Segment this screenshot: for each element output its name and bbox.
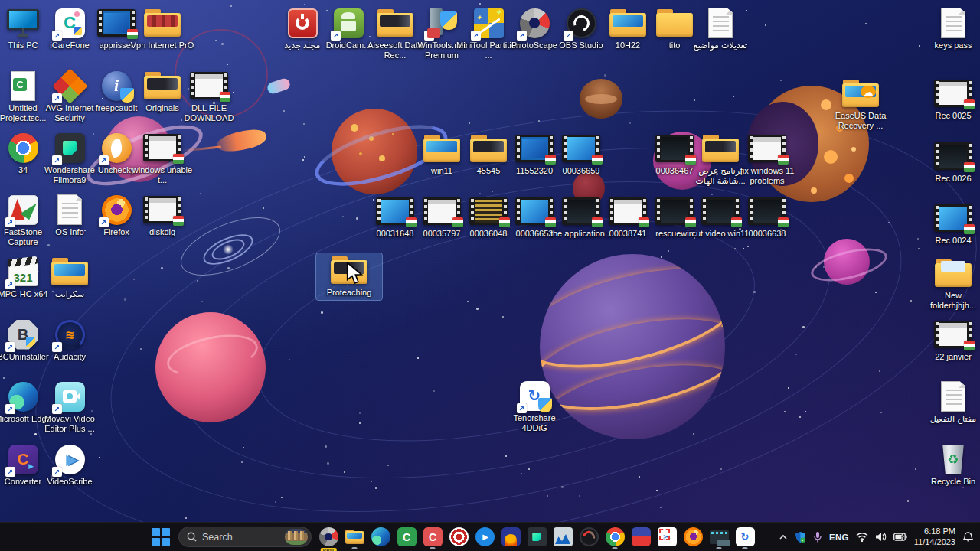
power-icon — [288, 8, 318, 38]
taskbar-app-camtasia[interactable]: C — [394, 523, 420, 551]
icon-label: Firefox — [103, 227, 129, 237]
folder-red-icon — [144, 8, 181, 38]
video-white-icon — [934, 78, 972, 109]
bcu-icon: B — [8, 319, 38, 350]
shortcut-arrow-icon — [517, 403, 527, 413]
search-box[interactable]: Search — [178, 527, 312, 547]
icon-label: Recycle Bin — [931, 477, 975, 487]
pc-icon — [7, 8, 39, 38]
desktop-icon-dll-file-download[interactable]: DLL FILE DOWNLOAD — [176, 69, 242, 126]
shortcut-arrow-icon — [5, 217, 15, 227]
battery-icon[interactable] — [893, 533, 907, 541]
search-highlight-image[interactable] — [285, 529, 308, 545]
running-indicator — [743, 547, 748, 549]
icon-label: 34 — [18, 165, 28, 175]
taskbar-app-connected-display[interactable] — [706, 523, 732, 551]
taskbar-app-screencast[interactable] — [576, 523, 602, 551]
icon-label: keys pass — [935, 41, 972, 51]
desktop-icon-keys-pass[interactable]: keys pass — [920, 6, 980, 53]
icon-label: 11552320 — [516, 166, 553, 176]
shortcut-arrow-icon — [52, 342, 62, 352]
windows-security-shield-icon[interactable] — [795, 531, 806, 543]
desktop-icon-recycle-bin[interactable]: ♻Recycle Bin — [920, 442, 980, 489]
taskbar-app-media-player[interactable]: ▶ — [472, 523, 498, 551]
volume-icon[interactable] — [875, 532, 887, 542]
fpca-icon: i — [102, 70, 132, 101]
icon-label: Rec 0025 — [935, 111, 971, 121]
desktop-icon-vpn-internet-pro[interactable]: Vpn Internet PrO — [129, 6, 195, 53]
desktop-icon-diskdig[interactable]: diskdig — [129, 193, 195, 240]
taskbar-app-firefox[interactable] — [680, 523, 706, 551]
filmora-icon — [55, 132, 85, 163]
icon-label: Audacity — [54, 352, 86, 362]
icon-label: VideoScribe — [47, 477, 92, 487]
desktop-icon-fix-windows-11-problems[interactable]: fix windows 11 problems — [734, 132, 800, 188]
notification-bell-icon[interactable]: z — [962, 531, 974, 543]
shortcut-arrow-icon — [564, 31, 573, 41]
running-indicator — [430, 547, 436, 549]
folder-media-blue-icon — [51, 256, 88, 287]
desktop-icon-00036659[interactable]: 00036659 — [548, 132, 614, 178]
desktop-icon-tenorshare-4ddig[interactable]: ↻Tenorshare 4DDiG — [501, 379, 567, 435]
video-blue-icon — [562, 133, 600, 164]
taskbar-app-photoscape-x-pro[interactable]: PRO — [315, 523, 341, 551]
folder-cloud-icon: ☁ — [842, 78, 879, 109]
pro-badge: PRO — [321, 548, 337, 551]
desktop-icon-movavi-video-editor-plus[interactable]: Movavi Video Editor Plus ... — [37, 380, 103, 436]
desktop-icon-rec-0026[interactable]: Rec 0026 — [920, 139, 980, 186]
shortcut-arrow-icon — [52, 467, 62, 477]
doc-icon — [941, 381, 965, 412]
start-button[interactable] — [151, 527, 171, 547]
icon-label: Vpn Internet PrO — [131, 41, 194, 51]
icon-label: win11 — [431, 166, 452, 176]
taskbar-app-file-explorer[interactable] — [341, 523, 368, 551]
shortcut-arrow-icon — [52, 404, 62, 414]
video-dark-icon — [934, 141, 972, 171]
language-indicator[interactable]: ENG — [829, 533, 849, 542]
desktop-icon-مفتاح-التفعيل[interactable]: مفتاح التفعيل — [920, 380, 980, 426]
icon-label: 10H22 — [616, 41, 640, 51]
desktop-icon-videoscribe[interactable]: ▶VideoScribe — [37, 442, 103, 489]
desktop-icon-22-janvier[interactable]: 22 janvier — [920, 318, 980, 364]
taskbar-app-video-cutter[interactable]: ✂ — [654, 523, 680, 551]
taskbar-app-movavi[interactable] — [628, 523, 654, 551]
icon-label: Rec 0026 — [935, 174, 971, 184]
desktop-icon-تعديلات-مواضيع[interactable]: تعديلات مواضيع — [688, 6, 753, 53]
icon-label: سكرايب — [55, 289, 84, 299]
icf-icon: C — [55, 8, 85, 38]
icon-label: Tenorshare 4DDiG — [502, 413, 567, 433]
desktop-icon-windows-unable-t[interactable]: windows unable t... — [129, 131, 195, 187]
taskbar-app-task-manager[interactable] — [550, 523, 576, 551]
desktop-icon-easeus-data-recovery[interactable]: ☁EaseUS Data Recovery ... — [828, 77, 893, 133]
desktop-icon-new-folderhjhjh[interactable]: New folderhjhjh... — [920, 256, 980, 313]
taskbar-app-camtasia-recorder[interactable]: C — [420, 523, 446, 551]
taskbar-app-tenorshare-4ddig[interactable]: ↻ — [732, 523, 758, 551]
avg-icon — [55, 70, 85, 101]
clock[interactable]: 6:18 PM 11/14/2023 — [914, 527, 956, 548]
hidden-icons-chevron-icon[interactable] — [779, 533, 788, 542]
taskbar-app-chrome[interactable] — [602, 523, 628, 551]
shortcut-arrow-icon — [5, 342, 15, 352]
taskbar-app-edge[interactable] — [368, 523, 394, 551]
icon-label: 00036638 — [749, 229, 786, 239]
doc-icon — [941, 8, 965, 38]
chrome-icon — [8, 132, 38, 163]
icon-label: diskdig — [149, 227, 175, 237]
folder-media-blue-icon — [423, 133, 460, 164]
desktop-icon-rec-0024[interactable]: Rec 0024 — [920, 201, 980, 248]
desktop-icon-00036638[interactable]: 00036638 — [734, 194, 800, 241]
taskbar-app-screen-recorder[interactable] — [446, 523, 472, 551]
rbin-icon: ♻ — [942, 444, 965, 474]
desktop-icon-rec-0025[interactable]: Rec 0025 — [920, 77, 980, 123]
video-dark-icon — [748, 196, 786, 227]
desktop-icon-audacity[interactable]: ≋Audacity — [37, 318, 103, 364]
microphone-icon[interactable] — [813, 531, 822, 543]
taskbar-app-filmora[interactable] — [524, 523, 550, 551]
wifi-icon[interactable] — [856, 532, 868, 542]
video-white-icon — [190, 70, 228, 101]
video-white-icon — [143, 132, 181, 163]
taskbar-app-aiseesoft[interactable] — [498, 523, 524, 551]
desktop-icon-سكرايب[interactable]: سكرايب — [37, 255, 103, 302]
icon-label: This PC — [8, 41, 38, 51]
folder-open-icon — [935, 258, 972, 289]
